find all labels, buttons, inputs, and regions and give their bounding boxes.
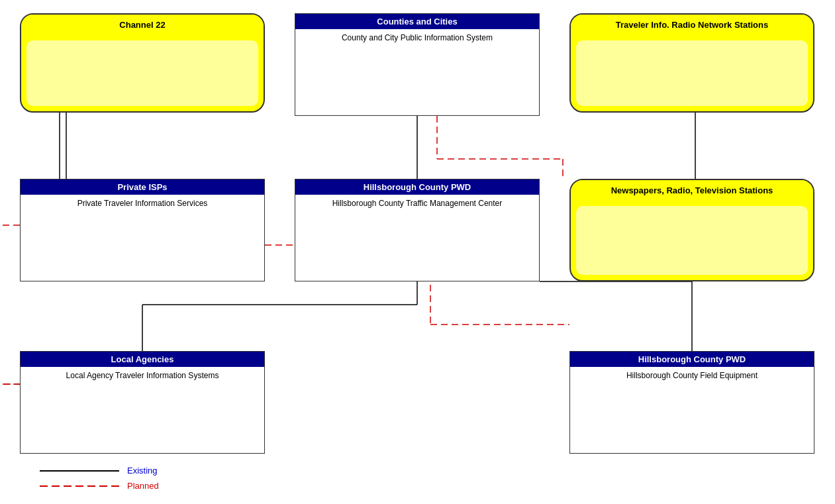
counties-cities-header: Counties and Cities: [295, 14, 539, 29]
newspapers-radio-title: Newspapers, Radio, Television Stations: [571, 180, 813, 201]
planned-line-svg: [40, 483, 119, 489]
newspapers-radio-node: Newspapers, Radio, Television Stations: [569, 179, 814, 281]
private-isps-node: Private ISPs Private Traveler Informatio…: [20, 179, 265, 281]
legend: Existing Planned: [40, 466, 159, 491]
local-agencies-header: Local Agencies: [21, 352, 264, 367]
hillsborough-pwd2-body: Hillsborough County Field Equipment: [570, 367, 814, 384]
private-isps-body: Private Traveler Information Services: [21, 195, 264, 212]
traveler-radio-inner: [576, 40, 808, 106]
traveler-radio-title: Traveler Info. Radio Network Stations: [571, 15, 813, 35]
hillsborough-pwd1-node: Hillsborough County PWD Hillsborough Cou…: [295, 179, 540, 281]
hillsborough-pwd2-header: Hillsborough County PWD: [570, 352, 814, 367]
hillsborough-pwd1-header: Hillsborough County PWD: [295, 179, 539, 195]
channel22-node: Channel 22: [20, 13, 265, 113]
channel22-inner: [26, 40, 258, 106]
channel22-title: Channel 22: [21, 15, 264, 35]
planned-label: Planned: [127, 481, 159, 491]
hillsborough-pwd1-body: Hillsborough County Traffic Management C…: [295, 195, 539, 212]
local-agencies-node: Local Agencies Local Agency Traveler Inf…: [20, 351, 265, 454]
hillsborough-pwd2-node: Hillsborough County PWD Hillsborough Cou…: [569, 351, 814, 454]
counties-cities-body: County and City Public Information Syste…: [295, 29, 539, 46]
existing-line: [40, 470, 119, 472]
legend-planned: Planned: [40, 481, 159, 491]
local-agencies-body: Local Agency Traveler Information System…: [21, 367, 264, 384]
diagram-container: Channel 22 Counties and Cities County an…: [0, 0, 835, 504]
existing-label: Existing: [127, 466, 158, 476]
private-isps-header: Private ISPs: [21, 179, 264, 195]
legend-existing: Existing: [40, 466, 159, 476]
traveler-radio-node: Traveler Info. Radio Network Stations: [569, 13, 814, 113]
newspapers-radio-inner: [576, 206, 808, 275]
counties-cities-node: Counties and Cities County and City Publ…: [295, 13, 540, 116]
